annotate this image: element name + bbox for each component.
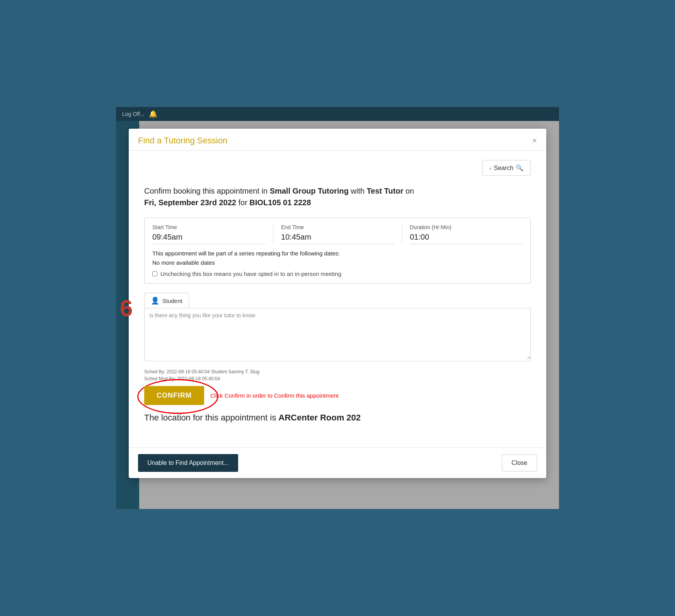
confirm-prefix: Confirm booking this appointment in (144, 187, 268, 195)
series-description: This appointment will be part of a serie… (152, 250, 340, 257)
duration-value: 01:00 (410, 233, 523, 244)
series-text: This appointment will be part of a serie… (152, 249, 523, 267)
checkbox-label: Unchecking this box means you have opted… (160, 271, 341, 277)
chevron-left-icon: ‹ (490, 165, 492, 171)
location-prefix: The location for this appointment is (144, 413, 276, 422)
confirm-btn-wrapper: CONFIRM (144, 386, 204, 405)
top-bar: Log Off... 🔔 (116, 107, 559, 121)
modal-header: Find a Tutoring Session × (129, 129, 546, 151)
inperson-checkbox[interactable] (152, 271, 157, 276)
modal-footer: Unable to Find Appointment... Close (129, 448, 546, 478)
modal-body: ‹ Search 🔍 Confirm booking this appointm… (129, 151, 546, 448)
close-icon-button[interactable]: × (532, 136, 537, 145)
student-person-icon: 👤 (151, 296, 159, 305)
search-magnifier-icon: 🔍 (516, 164, 523, 172)
modal-overlay: Find a Tutoring Session × ‹ Search 🔍 Con… (116, 121, 559, 509)
student-section: 👤 Student Is there any thing you like yo… (144, 293, 531, 361)
confirm-row: CONFIRM Click Confirm in order to Confir… (144, 386, 531, 405)
sched-mod-info: Sched Mod By: 2022-09-18 05:40:04 (144, 376, 531, 381)
notes-placeholder: Is there any thing you like your tutor t… (145, 308, 530, 321)
group-type: Small Group Tutoring (270, 187, 349, 195)
tutor-notes-input[interactable] (145, 321, 530, 359)
search-button-label: Search (494, 165, 513, 172)
end-time-value: 10:45am (281, 233, 394, 244)
time-row: Start Time 09:45am End Time 10:45am Dura… (152, 224, 523, 244)
start-time-value: 09:45am (152, 233, 265, 244)
page-wrapper: Log Off... 🔔 6 Find a Tutoring Session ×… (116, 107, 559, 509)
start-time-col: Start Time 09:45am (152, 224, 273, 244)
student-tab-label: Student (162, 298, 182, 304)
time-table: Start Time 09:45am End Time 10:45am Dura… (144, 218, 531, 284)
end-time-label: End Time (281, 224, 394, 230)
tutor-name: Test Tutor (366, 187, 403, 195)
close-modal-button[interactable]: Close (502, 454, 537, 471)
course-code: BIOL105 01 2228 (249, 198, 311, 207)
duration-label: Duration (Hr:Min) (410, 224, 523, 230)
confirm-hint-text: Click Confirm in order to Confirm this a… (210, 392, 339, 399)
search-row: ‹ Search 🔍 (144, 160, 531, 176)
sched-by-info: Sched By: 2022-09-18 05:40:04 Student Sa… (144, 369, 531, 374)
appointment-date: Fri, September 23rd 2022 (144, 198, 236, 207)
confirm-for: for (238, 198, 249, 207)
location-text: The location for this appointment is ARC… (144, 413, 531, 423)
start-time-label: Start Time (152, 224, 265, 230)
student-tab[interactable]: 👤 Student (144, 293, 189, 308)
no-dates-text: No more available dates (152, 259, 215, 266)
notes-area-wrapper: Is there any thing you like your tutor t… (144, 308, 531, 361)
confirmation-text: Confirm booking this appointment in Smal… (144, 185, 531, 208)
end-time-col: End Time 10:45am (281, 224, 402, 244)
location-name: ARCenter Room 202 (278, 413, 361, 422)
duration-col: Duration (Hr:Min) 01:00 (410, 224, 523, 244)
logoff-label: Log Off... (122, 111, 144, 117)
unable-to-find-button[interactable]: Unable to Find Appointment... (138, 454, 238, 472)
modal-title: Find a Tutoring Session (138, 136, 227, 146)
confirm-button[interactable]: CONFIRM (144, 386, 204, 405)
bell-icon: 🔔 (149, 110, 157, 118)
confirm-with: with (351, 187, 366, 195)
modal-dialog: Find a Tutoring Session × ‹ Search 🔍 Con… (129, 129, 546, 478)
confirm-on: on (406, 187, 414, 195)
checkbox-row: Unchecking this box means you have opted… (152, 271, 523, 277)
search-button[interactable]: ‹ Search 🔍 (482, 160, 531, 176)
